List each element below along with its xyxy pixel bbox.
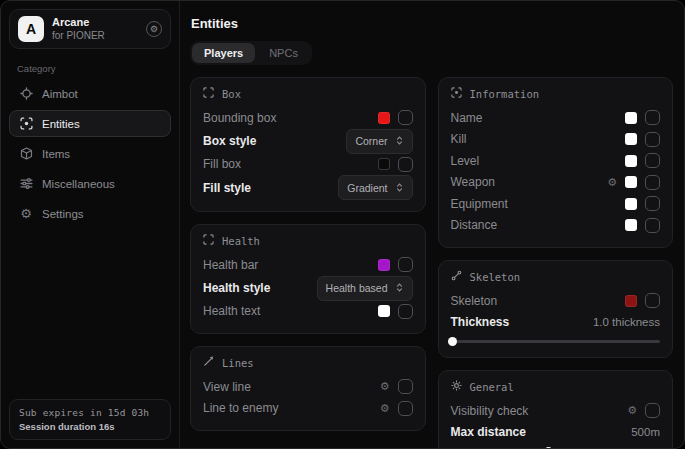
checkbox[interactable] (398, 401, 413, 416)
category-label: Category (17, 63, 171, 74)
main-panel: Entities Players NPCs Box Bounding box (180, 1, 684, 448)
setting-row: Skeleton (451, 290, 661, 312)
gear-icon[interactable] (627, 405, 637, 416)
color-swatch[interactable] (378, 259, 390, 271)
checkbox[interactable] (645, 110, 660, 125)
setting-label: Line to enemy (203, 401, 278, 415)
setting-row: Box style Corner (203, 129, 413, 154)
setting-row: Weapon (451, 172, 661, 194)
setting-label: Level (451, 154, 480, 168)
checkbox[interactable] (398, 304, 413, 319)
setting-row: Fill style Gradient (203, 175, 413, 200)
color-swatch[interactable] (625, 155, 637, 167)
checkbox[interactable] (398, 157, 413, 172)
sidebar-nav: Aimbot Entities Items Miscellaneous (9, 80, 171, 227)
card-title: Information (470, 88, 540, 100)
checkbox[interactable] (645, 218, 660, 233)
sidebar-item-label: Miscellaneous (42, 178, 115, 190)
cube-icon (19, 147, 33, 160)
unfold-icon (395, 132, 404, 150)
thickness-value: 1.0 thickness (593, 316, 660, 328)
fill-style-dropdown[interactable]: Gradient (338, 175, 412, 200)
corner-brackets-icon (203, 87, 214, 100)
line-icon (203, 356, 214, 369)
sidebar-item-aimbot[interactable]: Aimbot (9, 80, 171, 107)
box-card: Box Bounding box Box style Corner (190, 77, 426, 212)
checkbox[interactable] (645, 403, 660, 418)
color-swatch[interactable] (625, 112, 637, 124)
setting-label: Health text (203, 304, 260, 318)
sliders-icon (19, 177, 33, 190)
setting-row: Level (451, 150, 661, 172)
brand-card: A Arcane for PIONER (9, 9, 171, 49)
general-card: General Visibility check Max distance 50… (438, 370, 674, 449)
color-swatch[interactable] (625, 176, 637, 188)
card-title: Skeleton (470, 271, 521, 283)
checkbox[interactable] (645, 153, 660, 168)
sidebar-item-settings[interactable]: Settings (9, 200, 171, 227)
color-swatch[interactable] (625, 198, 637, 210)
setting-row: Fill box (203, 154, 413, 176)
tab-npcs[interactable]: NPCs (257, 43, 310, 63)
setting-label: Equipment (451, 197, 508, 211)
setting-label: Bounding box (203, 111, 276, 125)
sidebar-item-label: Settings (42, 208, 84, 220)
box-style-dropdown[interactable]: Corner (346, 129, 412, 154)
sidebar-item-miscellaneous[interactable]: Miscellaneous (9, 170, 171, 197)
setting-label: Health style (203, 281, 270, 295)
setting-row: Equipment (451, 193, 661, 215)
sidebar-item-entities[interactable]: Entities (9, 110, 171, 137)
setting-row: Distance (451, 215, 661, 237)
lines-card: Lines View line Line to enemy (190, 346, 426, 431)
sidebar-item-items[interactable]: Items (9, 140, 171, 167)
crosshair-icon (19, 87, 33, 100)
checkbox[interactable] (645, 196, 660, 211)
setting-label: View line (203, 380, 251, 394)
gear-icon[interactable] (380, 403, 390, 414)
header-settings-icon[interactable] (146, 21, 162, 37)
setting-label: Name (451, 111, 483, 125)
sidebar-item-label: Entities (42, 118, 80, 130)
setting-label: Kill (451, 132, 467, 146)
checkbox[interactable] (398, 379, 413, 394)
gear-icon[interactable] (607, 177, 617, 188)
setting-label: Health bar (203, 258, 258, 272)
color-swatch[interactable] (625, 219, 637, 231)
bone-icon (451, 270, 462, 283)
unfold-icon (395, 279, 404, 297)
setting-label: Visibility check (451, 404, 529, 418)
color-swatch[interactable] (625, 295, 637, 307)
checkbox[interactable] (645, 132, 660, 147)
entity-tabs: Players NPCs (190, 41, 312, 65)
health-card: Health Health bar Health style Health ba… (190, 224, 426, 334)
card-title: Lines (222, 357, 254, 369)
tab-players[interactable]: Players (192, 43, 255, 63)
setting-label: Fill style (203, 181, 251, 195)
color-swatch[interactable] (378, 305, 390, 317)
card-title: Health (222, 235, 260, 247)
scan-icon (19, 117, 33, 130)
setting-label: Box style (203, 134, 256, 148)
card-title: Box (222, 88, 241, 100)
gear-icon[interactable] (380, 381, 390, 392)
skeleton-card: Skeleton Skeleton Thickness 1.0 thicknes… (438, 260, 674, 358)
setting-label: Distance (451, 218, 498, 232)
thickness-slider[interactable] (451, 337, 661, 346)
slider-thumb[interactable] (448, 337, 457, 346)
health-style-dropdown[interactable]: Health based (317, 276, 413, 301)
sun-icon (451, 380, 462, 393)
color-swatch[interactable] (378, 158, 390, 170)
brand-text: Arcane for PIONER (52, 16, 138, 42)
subscription-info: Sub expires in 15d 03h Session duration … (9, 399, 171, 440)
checkbox[interactable] (398, 110, 413, 125)
setting-label: Max distance (451, 425, 526, 439)
app-subtitle: for PIONER (52, 30, 138, 43)
color-swatch[interactable] (378, 112, 390, 124)
max-distance-value: 500m (631, 426, 660, 438)
checkbox[interactable] (645, 293, 660, 308)
color-swatch[interactable] (625, 133, 637, 145)
app-name: Arcane (52, 16, 138, 30)
setting-row: Bounding box (203, 107, 413, 129)
checkbox[interactable] (398, 257, 413, 272)
checkbox[interactable] (645, 175, 660, 190)
